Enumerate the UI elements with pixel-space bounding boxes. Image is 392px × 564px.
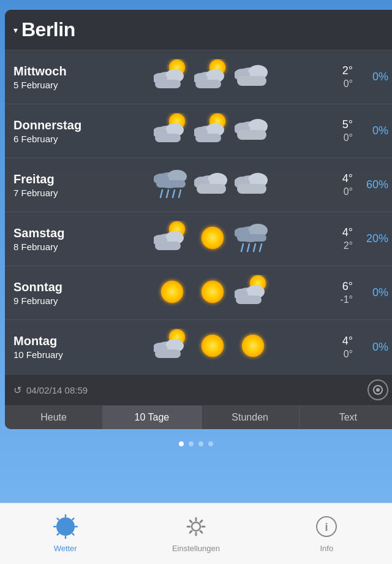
view-tab-bar: Heute10 TageStundenText <box>5 405 392 429</box>
day-name: Samstag <box>13 226 108 240</box>
camera-button[interactable] <box>368 379 388 400</box>
weather-icon-1 <box>154 59 190 96</box>
temperatures: 5° 0° <box>316 118 353 143</box>
svg-line-57 <box>260 244 262 251</box>
weather-icon-2 <box>194 167 231 204</box>
precipitation: 0% <box>353 341 388 354</box>
refresh-icon[interactable]: ↺ <box>13 384 21 396</box>
view-tab-heute[interactable]: Heute <box>5 406 103 429</box>
weather-icon-3 <box>235 59 271 96</box>
svg-rect-31 <box>156 180 186 188</box>
day-info: Donnerstag 6 February <box>13 118 108 144</box>
day-info: Samstag 8 February <box>13 226 108 252</box>
weather-icon-3 <box>235 329 271 365</box>
weather-icon-2 <box>194 113 231 150</box>
page-dot-3[interactable] <box>208 441 213 446</box>
day-date: 5 February <box>13 80 108 90</box>
temp-high: 6° <box>316 280 353 293</box>
precipitation: 0% <box>353 286 388 299</box>
svg-line-90 <box>190 520 192 522</box>
timestamp-left: ↺ 04/02/14 08:59 <box>13 384 88 396</box>
temp-low: 0° <box>316 132 353 143</box>
day-date: 9 February <box>13 295 108 306</box>
svg-point-84 <box>192 522 200 531</box>
page-dot-2[interactable] <box>198 441 203 446</box>
app-tab-info[interactable]: i Info <box>262 514 392 553</box>
svg-rect-9 <box>195 80 221 88</box>
precipitation: 0% <box>353 124 388 137</box>
info-tab-icon: i <box>314 514 339 541</box>
day-name: Sonntag <box>13 280 108 294</box>
day-date: 7 February <box>13 188 108 198</box>
day-name: Donnerstag <box>13 118 108 132</box>
svg-text:i: i <box>325 521 328 533</box>
weather-icon-3 <box>235 113 271 150</box>
day-date: 6 February <box>13 134 108 144</box>
weather-icons <box>108 275 316 311</box>
day-info: Montag 10 February <box>13 334 108 360</box>
weather-icon-1 <box>154 167 190 204</box>
info-tab-label: Info <box>320 544 333 553</box>
precipitation: 60% <box>353 178 388 191</box>
day-name: Mittwoch <box>13 64 108 78</box>
svg-rect-64 <box>236 295 262 304</box>
scroll-area: ▾ Berlin Mittwoch 5 February <box>0 0 392 503</box>
temp-low: 0° <box>316 78 353 90</box>
svg-line-35 <box>179 190 181 197</box>
temp-high: 4° <box>316 335 353 348</box>
svg-rect-53 <box>237 234 266 242</box>
svg-rect-69 <box>155 349 181 358</box>
forecast-row: Montag 10 February <box>5 320 392 374</box>
forecast-row: Mittwoch 5 February <box>5 50 392 104</box>
temp-high: 4° <box>316 172 353 185</box>
temperatures: 4° 0° <box>316 335 353 360</box>
weather-widget: ▾ Berlin Mittwoch 5 February <box>5 10 392 429</box>
app-container: ▾ Berlin Mittwoch 5 February <box>0 0 392 564</box>
svg-rect-43 <box>237 184 266 194</box>
temperatures: 2° 0° <box>316 64 353 90</box>
day-info: Sonntag 9 February <box>13 280 108 306</box>
svg-line-32 <box>160 190 162 197</box>
weather-icon-1 <box>154 113 190 150</box>
wetter-icon <box>53 514 78 539</box>
weather-icons <box>108 221 316 257</box>
view-tab-stunden[interactable]: Stunden <box>202 406 300 429</box>
temp-high: 5° <box>316 118 353 131</box>
weather-icon-3 <box>235 167 271 204</box>
svg-rect-39 <box>197 184 226 194</box>
svg-line-83 <box>72 519 74 520</box>
weather-icon-3 <box>235 221 271 257</box>
temp-low: -1° <box>316 294 353 305</box>
svg-line-56 <box>254 244 255 251</box>
temperatures: 6° -1° <box>316 280 353 305</box>
weather-icon-2 <box>194 329 231 365</box>
forecast-row: Samstag 8 February <box>5 212 392 266</box>
app-tab-wetter[interactable]: Wetter <box>0 514 130 553</box>
day-name: Freitag <box>13 172 108 186</box>
svg-rect-18 <box>155 134 181 142</box>
svg-line-54 <box>241 244 243 251</box>
app-tab-bar: Wetter Einstellungen i Info <box>0 503 392 564</box>
view-tab-10-tage[interactable]: 10 Tage <box>103 406 201 429</box>
wetter-tab-icon <box>53 514 78 541</box>
forecast-list: Mittwoch 5 February <box>5 50 392 374</box>
view-tab-text[interactable]: Text <box>300 406 392 429</box>
settings-icon <box>184 514 208 539</box>
weather-icons <box>108 59 316 96</box>
forecast-row: Freitag 7 February <box>5 158 392 212</box>
weather-icon-3 <box>235 275 271 311</box>
svg-line-33 <box>167 190 168 197</box>
svg-point-73 <box>376 388 380 392</box>
weather-icons <box>108 167 316 204</box>
city-dropdown-arrow[interactable]: ▾ <box>13 25 18 35</box>
einstellungen-tab-icon <box>184 514 208 541</box>
svg-line-88 <box>190 531 192 533</box>
svg-rect-13 <box>237 76 266 86</box>
weather-icon-2 <box>194 59 231 96</box>
page-dot-0[interactable] <box>179 441 184 446</box>
page-dot-1[interactable] <box>189 441 194 446</box>
temp-low: 2° <box>316 240 353 251</box>
app-tab-einstellungen[interactable]: Einstellungen <box>130 514 261 553</box>
weather-icons <box>108 329 316 365</box>
svg-rect-23 <box>195 134 221 142</box>
